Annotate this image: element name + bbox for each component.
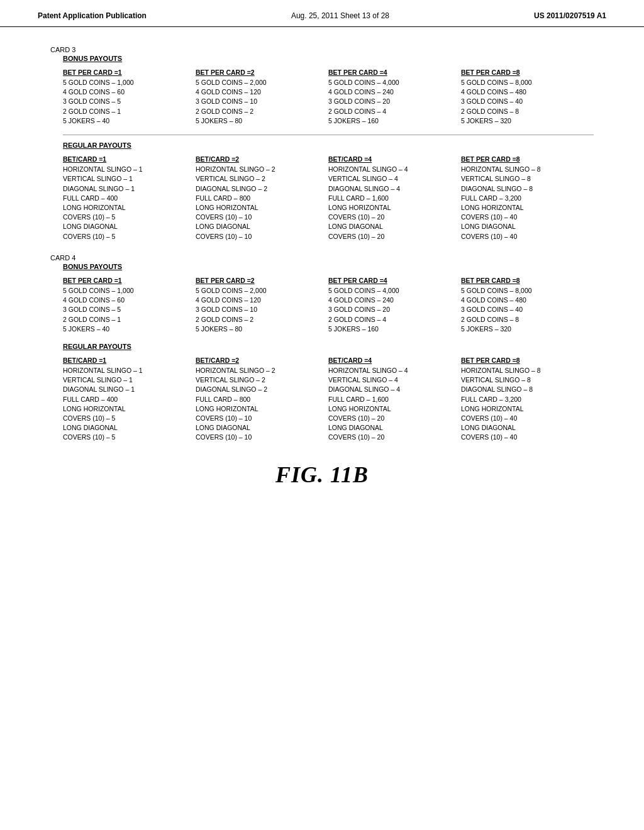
card3-regular-col-3: BET/CARD =4 HORIZONTAL SLINGO – 4 VERTIC…	[328, 155, 461, 241]
list-item: FULL CARD – 3,200	[461, 194, 594, 203]
card3-section: CARD 3 BONUS PAYOUTS BET PER CARD =1 5 G…	[50, 46, 594, 241]
list-item: COVERS (10) – 20	[328, 414, 461, 423]
list-item: 2 GOLD COINS – 1	[63, 107, 196, 116]
list-item: HORIZONTAL SLINGO – 2	[196, 366, 328, 375]
list-item: 2 GOLD COINS – 4	[328, 107, 461, 116]
card4-regular-col1-header: BET/CARD =1	[63, 357, 196, 364]
list-item: DIAGONAL SLINGO – 8	[461, 385, 594, 394]
list-item: 3 GOLD COINS – 10	[196, 305, 328, 314]
card3-regular-col1-header: BET/CARD =1	[63, 155, 196, 163]
list-item: LONG DIAGONAL	[196, 423, 328, 433]
list-item: 5 GOLD COINS – 8,000	[461, 286, 594, 296]
list-item: 4 GOLD COINS – 60	[63, 296, 196, 305]
list-item: LONG DIAGONAL	[63, 423, 196, 433]
card3-bonus-col3-header: BET PER CARD =4	[328, 69, 461, 76]
list-item: COVERS (10) – 20	[328, 433, 461, 442]
card4-bonus-col1-header: BET PER CARD =1	[63, 277, 196, 284]
list-item: DIAGONAL SLINGO – 1	[63, 184, 196, 194]
list-item: COVERS (10) – 10	[196, 433, 328, 442]
card4-bonus-col2-header: BET PER CARD =2	[196, 277, 328, 284]
list-item: COVERS (10) – 5	[63, 213, 196, 222]
card3-regular-label: REGULAR PAYOUTS	[63, 141, 594, 149]
card3-bonus-col-3: BET PER CARD =4 5 GOLD COINS – 4,000 4 G…	[328, 69, 461, 126]
card4-regular-col-2: BET/CARD =2 HORIZONTAL SLINGO – 2 VERTIC…	[196, 357, 328, 443]
list-item: COVERS (10) – 10	[196, 213, 328, 222]
list-item: 5 GOLD COINS – 1,000	[63, 286, 196, 296]
list-item: 5 JOKERS – 320	[461, 116, 594, 126]
list-item: VERTICAL SLINGO – 8	[461, 174, 594, 184]
card4-bonus-col-3: BET PER CARD =4 5 GOLD COINS – 4,000 4 G…	[328, 277, 461, 334]
list-item: 5 GOLD COINS – 4,000	[328, 78, 461, 87]
list-item: HORIZONTAL SLINGO – 1	[63, 366, 196, 375]
header-date-sheet: Aug. 25, 2011 Sheet 13 of 28	[291, 11, 389, 20]
list-item: 2 GOLD COINS – 8	[461, 107, 594, 116]
list-item: LONG HORIZONTAL	[461, 203, 594, 213]
card4-bonus-col3-header: BET PER CARD =4	[328, 277, 461, 284]
list-item: COVERS (10) – 40	[461, 232, 594, 241]
list-item: 5 GOLD COINS – 4,000	[328, 286, 461, 296]
list-item: 2 GOLD COINS – 1	[63, 315, 196, 324]
list-item: HORIZONTAL SLINGO – 8	[461, 366, 594, 375]
figure-caption: FIG. 11B	[50, 462, 594, 488]
list-item: LONG DIAGONAL	[461, 222, 594, 231]
list-item: FULL CARD – 1,600	[328, 194, 461, 203]
list-item: 3 GOLD COINS – 10	[196, 97, 328, 106]
list-item: 2 GOLD COINS – 2	[196, 107, 328, 116]
card4-regular-col2-header: BET/CARD =2	[196, 357, 328, 364]
card4-bonus-col-1: BET PER CARD =1 5 GOLD COINS – 1,000 4 G…	[63, 277, 196, 334]
list-item: 5 GOLD COINS – 2,000	[196, 78, 328, 87]
list-item: LONG HORIZONTAL	[328, 404, 461, 414]
list-item: DIAGONAL SLINGO – 4	[328, 184, 461, 194]
list-item: FULL CARD – 800	[196, 194, 328, 203]
card3-bonus-grid: BET PER CARD =1 5 GOLD COINS – 1,000 4 G…	[63, 69, 594, 126]
list-item: LONG DIAGONAL	[196, 222, 328, 231]
list-item: 2 GOLD COINS – 4	[328, 315, 461, 324]
list-item: VERTICAL SLINGO – 2	[196, 174, 328, 184]
list-item: 5 JOKERS – 160	[328, 116, 461, 126]
list-item: 4 GOLD COINS – 480	[461, 296, 594, 305]
list-item: 5 JOKERS – 160	[328, 324, 461, 334]
card4-regular-label: REGULAR PAYOUTS	[63, 343, 594, 350]
card3-regular-grid: BET/CARD =1 HORIZONTAL SLINGO – 1 VERTIC…	[63, 155, 594, 241]
list-item: 2 GOLD COINS – 8	[461, 315, 594, 324]
card3-regular-col-1: BET/CARD =1 HORIZONTAL SLINGO – 1 VERTIC…	[63, 155, 196, 241]
list-item: LONG HORIZONTAL	[63, 203, 196, 213]
list-item: COVERS (10) – 20	[328, 232, 461, 241]
list-item: HORIZONTAL SLINGO – 8	[461, 165, 594, 174]
list-item: LONG DIAGONAL	[328, 222, 461, 231]
list-item: LONG HORIZONTAL	[63, 404, 196, 414]
list-item: COVERS (10) – 5	[63, 414, 196, 423]
list-item: VERTICAL SLINGO – 4	[328, 375, 461, 385]
card4-regular-col3-header: BET/CARD =4	[328, 357, 461, 364]
list-item: 5 GOLD COINS – 1,000	[63, 78, 196, 87]
list-item: COVERS (10) – 40	[461, 213, 594, 222]
card4-bonus-grid: BET PER CARD =1 5 GOLD COINS – 1,000 4 G…	[63, 277, 594, 334]
list-item: LONG HORIZONTAL	[461, 404, 594, 414]
card4-bonus-label: BONUS PAYOUTS	[63, 263, 594, 270]
card4-regular-col-1: BET/CARD =1 HORIZONTAL SLINGO – 1 VERTIC…	[63, 357, 196, 443]
list-item: 5 JOKERS – 80	[196, 116, 328, 126]
list-item: VERTICAL SLINGO – 4	[328, 174, 461, 184]
card3-bonus-col-1: BET PER CARD =1 5 GOLD COINS – 1,000 4 G…	[63, 69, 196, 126]
list-item: VERTICAL SLINGO – 1	[63, 375, 196, 385]
card4-bonus-col4-header: BET PER CARD =8	[461, 277, 594, 284]
card4-regular-col-3: BET/CARD =4 HORIZONTAL SLINGO – 4 VERTIC…	[328, 357, 461, 443]
list-item: FULL CARD – 1,600	[328, 395, 461, 404]
list-item: 2 GOLD COINS – 2	[196, 315, 328, 324]
list-item: 3 GOLD COINS – 20	[328, 97, 461, 106]
list-item: HORIZONTAL SLINGO – 4	[328, 366, 461, 375]
list-item: 5 JOKERS – 40	[63, 324, 196, 334]
card4-regular-col4-header: BET PER CARD =8	[461, 357, 594, 364]
card3-bonus-col1-header: BET PER CARD =1	[63, 69, 196, 76]
list-item: FULL CARD – 3,200	[461, 395, 594, 404]
card3-title: CARD 3	[50, 46, 594, 53]
list-item: FULL CARD – 400	[63, 395, 196, 404]
list-item: DIAGONAL SLINGO – 4	[328, 385, 461, 394]
list-item: 4 GOLD COINS – 480	[461, 87, 594, 97]
card4-regular-col-4: BET PER CARD =8 HORIZONTAL SLINGO – 8 VE…	[461, 357, 594, 443]
list-item: 4 GOLD COINS – 120	[196, 296, 328, 305]
list-item: 5 JOKERS – 40	[63, 116, 196, 126]
list-item: 3 GOLD COINS – 5	[63, 305, 196, 314]
card4-bonus-col-4: BET PER CARD =8 5 GOLD COINS – 8,000 4 G…	[461, 277, 594, 334]
list-item: DIAGONAL SLINGO – 1	[63, 385, 196, 394]
